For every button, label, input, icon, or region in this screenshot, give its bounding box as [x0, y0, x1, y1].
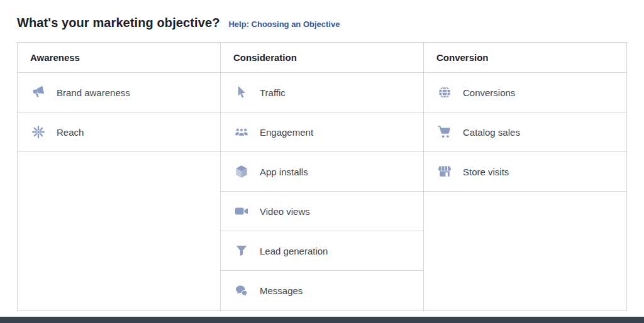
conversion-empty-area	[424, 192, 626, 310]
reach-burst-icon	[30, 124, 47, 140]
column-conversion: Conversion Conversions	[424, 43, 626, 310]
funnel-icon	[233, 243, 250, 259]
objective-messages[interactable]: Messages	[221, 271, 423, 310]
objective-label: Reach	[57, 127, 84, 138]
objective-label: Catalog sales	[463, 127, 520, 138]
window-bottom-edge	[0, 317, 644, 323]
objective-lead-generation[interactable]: Lead generation	[221, 231, 423, 271]
objective-label: App installs	[260, 167, 308, 177]
awareness-empty-area	[18, 152, 220, 310]
column-header-awareness: Awareness	[18, 43, 220, 73]
cube-icon	[233, 163, 250, 180]
megaphone-icon	[30, 84, 47, 101]
page-header: What's your marketing objective? Help: C…	[0, 0, 644, 42]
objective-label: Messages	[260, 285, 303, 296]
objective-label: Video views	[260, 206, 310, 217]
objective-app-installs[interactable]: App installs	[221, 152, 423, 192]
objective-label: Traffic	[260, 87, 286, 98]
objective-video-views[interactable]: Video views	[221, 192, 423, 231]
people-icon	[233, 124, 250, 140]
objective-label: Lead generation	[260, 246, 328, 256]
marketing-objective-page: What's your marketing objective? Help: C…	[0, 0, 644, 323]
column-header-conversion: Conversion	[424, 43, 626, 73]
column-header-consideration: Consideration	[221, 43, 423, 73]
objective-engagement[interactable]: Engagement	[221, 112, 423, 152]
objective-label: Conversions	[463, 87, 515, 98]
column-awareness: Awareness Brand awareness	[18, 43, 221, 310]
help-choosing-objective-link[interactable]: Help: Choosing an Objective	[228, 19, 340, 29]
objective-reach[interactable]: Reach	[18, 112, 220, 152]
objective-label: Store visits	[463, 167, 509, 177]
objective-store-visits[interactable]: Store visits	[424, 152, 626, 192]
objectives-table: Awareness Brand awareness	[17, 42, 627, 311]
objective-label: Engagement	[260, 127, 313, 138]
objective-brand-awareness[interactable]: Brand awareness	[18, 73, 220, 112]
chat-bubbles-icon	[233, 283, 250, 299]
objective-traffic[interactable]: Traffic	[221, 73, 423, 112]
storefront-icon	[436, 163, 453, 180]
objective-catalog-sales[interactable]: Catalog sales	[424, 112, 626, 152]
objective-conversions[interactable]: Conversions	[424, 73, 626, 112]
objective-label: Brand awareness	[57, 87, 130, 98]
video-camera-icon	[233, 203, 250, 219]
column-consideration: Consideration Traffic	[221, 43, 424, 310]
page-title: What's your marketing objective?	[17, 16, 219, 30]
globe-icon	[436, 84, 453, 101]
cursor-icon	[233, 84, 250, 101]
shopping-cart-icon	[436, 124, 453, 140]
